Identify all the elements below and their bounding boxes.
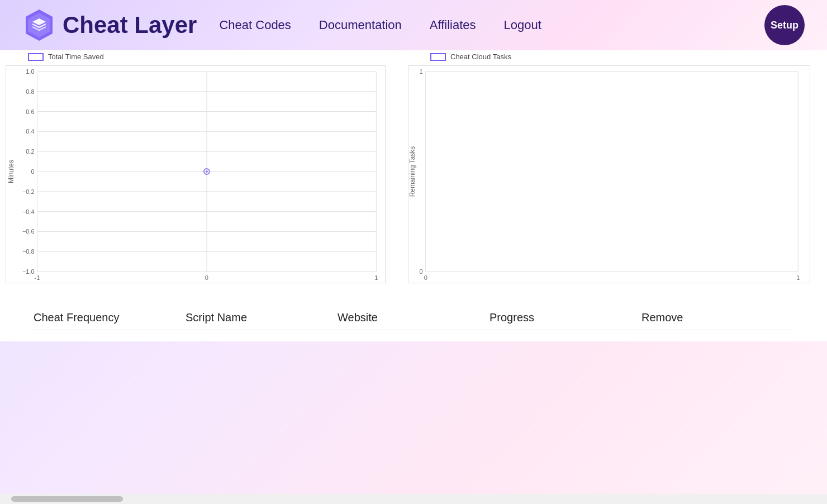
left-legend-label: Total Time Saved xyxy=(48,53,104,61)
right-legend-label: Cheat Cloud Tasks xyxy=(450,53,511,61)
logo-text: Cheat Layer xyxy=(63,12,197,39)
svg-text:0.6: 0.6 xyxy=(26,108,34,115)
left-chart-container: Total Time Saved xyxy=(0,50,402,300)
svg-text:1: 1 xyxy=(420,68,423,75)
svg-text:0: 0 xyxy=(205,274,208,281)
svg-text:0: 0 xyxy=(424,274,427,281)
nav-documentation[interactable]: Documentation xyxy=(319,18,402,32)
svg-rect-35 xyxy=(409,66,809,283)
col-cheat-frequency: Cheat Frequency xyxy=(34,311,186,324)
right-legend-box xyxy=(430,53,446,61)
nav: Cheat Codes Documentation Affiliates Log… xyxy=(219,18,764,32)
svg-text:−0.4: −0.4 xyxy=(22,208,35,215)
svg-point-34 xyxy=(206,170,208,173)
svg-text:−1.0: −1.0 xyxy=(22,268,35,275)
svg-text:0: 0 xyxy=(420,268,423,275)
nav-cheat-codes[interactable]: Cheat Codes xyxy=(219,18,291,32)
col-progress: Progress xyxy=(489,311,641,324)
right-chart-svg: 1 0 0 1 Remaining Tasks Day Of Month xyxy=(408,65,810,283)
header: Cheat Layer Cheat Codes Documentation Af… xyxy=(0,0,827,50)
scrollbar-thumb[interactable] xyxy=(11,496,123,502)
left-chart-legend: Total Time Saved xyxy=(6,50,397,65)
horizontal-scrollbar[interactable] xyxy=(0,494,827,504)
svg-text:0.2: 0.2 xyxy=(26,148,34,155)
svg-text:Minutes: Minutes xyxy=(7,160,15,183)
svg-text:−0.6: −0.6 xyxy=(22,228,35,235)
col-website: Website xyxy=(338,311,489,324)
svg-text:−0.2: −0.2 xyxy=(22,188,35,195)
svg-text:1.0: 1.0 xyxy=(26,68,34,75)
svg-rect-2 xyxy=(7,66,385,283)
nav-logout[interactable]: Logout xyxy=(504,18,541,32)
charts-section: Total Time Saved xyxy=(0,50,827,300)
nav-affiliates[interactable]: Affiliates xyxy=(430,18,476,32)
svg-text:Remaining Tasks: Remaining Tasks xyxy=(408,146,416,197)
svg-text:0.4: 0.4 xyxy=(26,128,34,135)
table-section: Cheat Frequency Script Name Website Prog… xyxy=(0,300,827,341)
table-header: Cheat Frequency Script Name Website Prog… xyxy=(34,306,793,330)
col-script-name: Script Name xyxy=(186,311,338,324)
setup-button[interactable]: Setup xyxy=(764,5,805,45)
svg-text:-1: -1 xyxy=(35,274,40,281)
svg-text:Day: Day xyxy=(201,282,212,283)
right-chart-legend: Cheat Cloud Tasks xyxy=(408,50,821,65)
svg-text:0.8: 0.8 xyxy=(26,88,34,95)
right-chart-container: Cheat Cloud Tasks 1 0 xyxy=(402,50,827,300)
col-remove: Remove xyxy=(641,311,793,324)
svg-text:1: 1 xyxy=(374,274,378,281)
left-chart-svg: 1.0 0.8 0.6 0.4 0.2 0 −0.2 −0.4 −0.6 −0.… xyxy=(6,65,386,283)
svg-text:1: 1 xyxy=(796,274,800,281)
logo[interactable]: Cheat Layer xyxy=(22,8,197,42)
svg-text:−0.8: −0.8 xyxy=(22,248,35,255)
left-legend-box xyxy=(28,53,44,61)
logo-icon xyxy=(22,8,56,42)
svg-text:0: 0 xyxy=(31,168,34,175)
svg-text:Day Of Month: Day Of Month xyxy=(591,282,633,283)
